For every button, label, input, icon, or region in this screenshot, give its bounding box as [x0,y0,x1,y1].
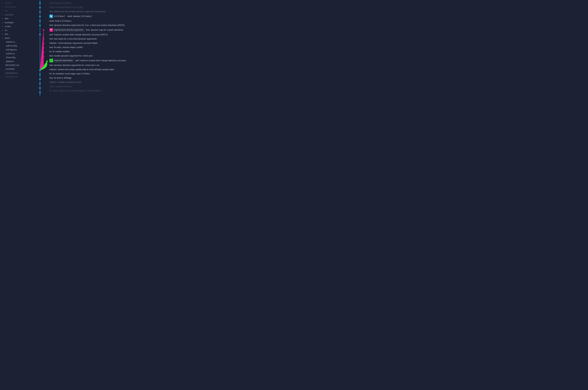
commit-message: test: test cases for v-on/v-bind dynamic… [49,38,97,40]
tree-folder[interactable]: ▸src [0,28,31,32]
tree-folder[interactable]: ▸benchmarks [0,5,31,9]
commit-row[interactable]: feat: handle dynamic argument for v-bind… [49,54,588,58]
tree-file[interactable]: LICENSE [0,67,31,71]
commit-row[interactable]: perf: improve scoped slots change detect… [49,33,588,37]
tree-folder[interactable]: ▸dist [0,9,31,13]
tree-folder[interactable]: ▸scripts [0,24,31,28]
tree-item-label: BACKERS.md [5,64,19,66]
commit-message: test: fix tests, resolve helper conflict [49,46,83,49]
commit-message: build: release 2.6.0-beta.2 [67,15,92,18]
commit-message: feat: dynamic directive arguments for v-… [49,24,125,26]
commit-row[interactable]: origin/slot-optimization perf: improve s… [49,58,588,63]
tree-folder[interactable]: ▸types [0,36,31,40]
commit-row[interactable]: refactor: simplify timestamp check [49,80,588,84]
chevron-right-icon: ▸ [2,6,4,8]
chevron-right-icon: ▸ [2,14,4,15]
tag-pill[interactable]: v2.6.0-beta.2 [49,14,66,18]
commit-message: refactor: extend dom-props update skip t… [49,68,114,71]
tree-file[interactable]: .babelrc.js [0,40,31,44]
branch-label: origin/slot-optimization [54,59,73,62]
commit-row[interactable]: fix: async edge case fix should apply to… [49,89,588,93]
commit-row[interactable]: build: fix feature flags for esm builds [49,5,588,9]
tree-item-label: benchmarks [5,6,16,8]
tree-item-label: types [5,37,10,39]
commit-row[interactable]: test: fix tests, resolve helper conflict [49,45,588,49]
chevron-right-icon: ▸ [2,22,4,23]
commit-message: feat: handle dynamic argument for v-bind… [49,55,93,57]
commit-row[interactable]: feat: dynamic directive arguments for v-… [49,63,588,67]
tree-item-label: .eslintrc.js [5,52,15,55]
commit-message: perf: improve scoped slots change detect… [75,59,126,62]
git-branch-icon [49,59,53,62]
commit-row[interactable]: fix: fix checkbox event edge case in Fir… [49,72,588,76]
chevron-right-icon: ▸ [2,37,4,39]
commit-row[interactable]: build: build 2.6.0-beta.3 [49,1,588,5]
commit-message: fix: fix checkbox event edge case in Fir… [49,73,90,75]
commit-row[interactable]: feat: detect and warn invalid dynamic ar… [49,9,588,14]
commit-message: build: fix feature flags for esm builds [49,6,83,9]
tree-folder[interactable]: ▸examples [0,13,31,17]
tree-item-label: src [5,29,7,32]
tree-file[interactable]: .flowconfig [0,55,31,59]
commit-message: refactor: v-bind dynamic arguments use b… [49,42,98,44]
tree-file[interactable]: BACKERS.md [0,63,31,67]
commit-row[interactable]: test: fix tests in IE/Edge [49,76,588,80]
commit-message: feat: dynamic directive arguments for v-… [49,64,99,66]
commit-message: fix: async edge case fix should apply to… [49,90,101,92]
tree-item-label: packages [5,21,14,24]
tree-item-label: README.md [5,76,18,78]
commit-row[interactable]: test: test cases for v-on/v-bind dynamic… [49,37,588,41]
chevron-right-icon: ▸ [2,33,4,35]
commit-row[interactable]: fix: fix middle modifier [49,49,588,54]
tag-label: v2.6.0-beta.2 [54,15,65,17]
tree-file[interactable]: .eslintignore [0,48,31,52]
branch-pill[interactable]: origin/dynamic-directive-arguments [49,28,85,32]
tree-item-label: dist [5,10,8,12]
commit-log-panel: build: build 2.6.0-beta.3 build: fix fea… [31,0,588,390]
commit-message: feat: dynamic args for custom directives [86,29,123,31]
tree-file[interactable]: README.md [0,75,31,79]
commit-row[interactable]: build: build 2.6.0-beta.2 [49,19,588,23]
chevron-right-icon: ▸ [2,18,4,19]
tree-item-label: flow [5,17,8,20]
chevron-right-icon: ▸ [2,30,4,31]
branch-label: origin/dynamic-directive-arguments [54,29,83,31]
tree-folder[interactable]: ▸packages [0,21,31,24]
commit-row[interactable]: origin/dynamic-directive-arguments feat:… [49,27,588,33]
chevron-right-icon: ▸ [2,26,4,27]
tree-file[interactable]: .eslintrc.js [0,52,31,55]
chevron-right-icon: ▸ [2,10,4,12]
tree-item-label: examples [5,13,14,16]
commit-row[interactable]: refactor: extend dom-props update skip t… [49,67,588,72]
branch-pill[interactable]: origin/slot-optimization [49,59,74,62]
commit-message: test: fix tests in IE/Edge [49,77,72,79]
tree-folder[interactable]: ▸.github [0,1,31,5]
chevron-right-icon: ▸ [2,2,4,4]
commit-message: chore: update comment [49,85,72,88]
tree-item-label: test [5,33,8,35]
commit-message: build: build 2.6.0-beta.3 [49,2,71,4]
commit-message: refactor: simplify timestamp check [49,81,81,84]
tree-item-label: .editorconfig [5,45,17,47]
tree-file[interactable]: .editorconfig [0,44,31,48]
commit-list: build: build 2.6.0-beta.3 build: fix fea… [31,0,588,94]
commit-message: feat: detect and warn invalid dynamic ar… [49,10,106,13]
tree-file[interactable]: .gitignore [0,59,31,63]
tree-folder[interactable]: ▸test [0,32,31,36]
tag-icon [49,14,53,18]
commit-row[interactable]: refactor: v-bind dynamic arguments use b… [49,41,588,45]
commit-row[interactable]: v2.6.0-beta.2 build: release 2.6.0-beta.… [49,14,588,19]
commit-message: build: build 2.6.0-beta.2 [49,20,71,22]
git-branch-icon [49,28,53,32]
tree-item-label: .gitignore [5,60,14,63]
tree-item-label: .babelrc.js [5,41,15,43]
tree-item-label: .flowconfig [5,56,15,59]
tree-folder[interactable]: ▸flow [0,17,31,21]
tree-item-label: package.json [5,72,18,74]
git-client-window: ▸.github ▸benchmarks ▸dist ▸examples ▸fl… [0,0,588,390]
commit-row[interactable]: chore: update comment [49,84,588,89]
commit-row[interactable]: feat: dynamic directive arguments for v-… [49,23,588,27]
tree-item-label: scripts [5,25,11,28]
tree-file[interactable]: package.json [0,71,31,75]
commit-message: perf: improve scoped slots change detect… [49,33,108,36]
